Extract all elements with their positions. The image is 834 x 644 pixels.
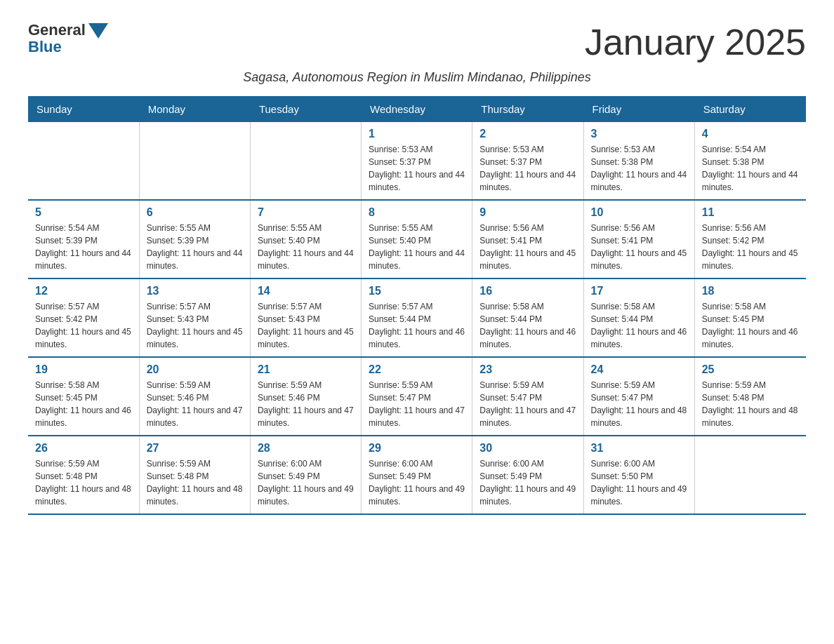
day-info: Sunrise: 5:57 AMSunset: 5:42 PMDaylight:… — [35, 300, 132, 351]
calendar-table: SundayMondayTuesdayWednesdayThursdayFrid… — [28, 96, 806, 515]
day-number: 24 — [591, 363, 687, 376]
day-number: 1 — [369, 128, 465, 140]
calendar-cell: 7Sunrise: 5:55 AMSunset: 5:40 PMDaylight… — [250, 200, 361, 279]
day-info: Sunrise: 5:55 AMSunset: 5:40 PMDaylight:… — [369, 222, 465, 272]
day-number: 12 — [35, 285, 132, 297]
day-info: Sunrise: 5:56 AMSunset: 5:41 PMDaylight:… — [479, 222, 576, 272]
day-number: 19 — [35, 363, 132, 376]
calendar-cell: 24Sunrise: 5:59 AMSunset: 5:47 PMDayligh… — [583, 357, 694, 436]
calendar-cell: 28Sunrise: 6:00 AMSunset: 5:49 PMDayligh… — [250, 436, 361, 514]
day-number: 31 — [591, 442, 687, 455]
header-day-monday: Monday — [139, 96, 250, 122]
week-row-3: 12Sunrise: 5:57 AMSunset: 5:42 PMDayligh… — [28, 279, 806, 357]
calendar-cell — [250, 122, 361, 200]
day-number: 7 — [258, 206, 354, 219]
calendar-body: 1Sunrise: 5:53 AMSunset: 5:37 PMDaylight… — [28, 122, 806, 514]
day-number: 18 — [702, 285, 799, 297]
day-info: Sunrise: 5:59 AMSunset: 5:47 PMDaylight:… — [479, 379, 576, 429]
calendar-cell: 15Sunrise: 5:57 AMSunset: 5:44 PMDayligh… — [362, 279, 472, 357]
day-info: Sunrise: 5:59 AMSunset: 5:46 PMDaylight:… — [147, 379, 243, 429]
week-row-5: 26Sunrise: 5:59 AMSunset: 5:48 PMDayligh… — [28, 436, 806, 514]
day-number: 17 — [591, 285, 687, 297]
logo-triangle-icon — [88, 23, 108, 39]
day-number: 22 — [369, 363, 465, 376]
calendar-cell: 21Sunrise: 5:59 AMSunset: 5:46 PMDayligh… — [250, 357, 361, 436]
day-info: Sunrise: 5:56 AMSunset: 5:41 PMDaylight:… — [591, 222, 687, 272]
day-info: Sunrise: 5:55 AMSunset: 5:39 PMDaylight:… — [147, 222, 243, 272]
calendar-cell: 14Sunrise: 5:57 AMSunset: 5:43 PMDayligh… — [250, 279, 361, 357]
day-number: 15 — [369, 285, 465, 297]
calendar-cell: 3Sunrise: 5:53 AMSunset: 5:38 PMDaylight… — [583, 122, 694, 200]
header-day-friday: Friday — [583, 96, 694, 122]
day-info: Sunrise: 5:59 AMSunset: 5:48 PMDaylight:… — [702, 379, 799, 429]
header: General Blue January 2025 — [28, 21, 806, 63]
day-number: 9 — [479, 206, 576, 219]
calendar-cell: 25Sunrise: 5:59 AMSunset: 5:48 PMDayligh… — [694, 357, 805, 436]
calendar-header: SundayMondayTuesdayWednesdayThursdayFrid… — [28, 96, 806, 122]
day-number: 13 — [147, 285, 243, 297]
calendar-cell: 19Sunrise: 5:58 AMSunset: 5:45 PMDayligh… — [28, 357, 139, 436]
calendar-cell: 9Sunrise: 5:56 AMSunset: 5:41 PMDaylight… — [472, 200, 583, 279]
day-info: Sunrise: 5:58 AMSunset: 5:45 PMDaylight:… — [702, 300, 799, 351]
day-info: Sunrise: 5:59 AMSunset: 5:46 PMDaylight:… — [258, 379, 354, 429]
day-number: 21 — [258, 363, 354, 376]
week-row-2: 5Sunrise: 5:54 AMSunset: 5:39 PMDaylight… — [28, 200, 806, 279]
day-info: Sunrise: 6:00 AMSunset: 5:49 PMDaylight:… — [369, 457, 465, 508]
calendar-cell: 27Sunrise: 5:59 AMSunset: 5:48 PMDayligh… — [139, 436, 250, 514]
day-info: Sunrise: 6:00 AMSunset: 5:50 PMDaylight:… — [591, 457, 687, 508]
calendar-cell: 26Sunrise: 5:59 AMSunset: 5:48 PMDayligh… — [28, 436, 139, 514]
subtitle: Sagasa, Autonomous Region in Muslim Mind… — [28, 70, 806, 85]
day-number: 26 — [35, 442, 132, 455]
day-info: Sunrise: 6:00 AMSunset: 5:49 PMDaylight:… — [258, 457, 354, 508]
day-number: 2 — [479, 128, 576, 140]
day-number: 23 — [479, 363, 576, 376]
day-info: Sunrise: 5:54 AMSunset: 5:39 PMDaylight:… — [35, 222, 132, 272]
week-row-1: 1Sunrise: 5:53 AMSunset: 5:37 PMDaylight… — [28, 122, 806, 200]
day-number: 11 — [702, 206, 799, 219]
calendar-cell: 23Sunrise: 5:59 AMSunset: 5:47 PMDayligh… — [472, 357, 583, 436]
calendar-cell: 2Sunrise: 5:53 AMSunset: 5:37 PMDaylight… — [472, 122, 583, 200]
header-day-saturday: Saturday — [694, 96, 805, 122]
calendar-cell: 22Sunrise: 5:59 AMSunset: 5:47 PMDayligh… — [362, 357, 472, 436]
day-number: 29 — [369, 442, 465, 455]
day-number: 16 — [479, 285, 576, 297]
calendar-cell: 1Sunrise: 5:53 AMSunset: 5:37 PMDaylight… — [362, 122, 472, 200]
calendar-cell: 30Sunrise: 6:00 AMSunset: 5:49 PMDayligh… — [472, 436, 583, 514]
day-info: Sunrise: 5:58 AMSunset: 5:44 PMDaylight:… — [479, 300, 576, 351]
calendar-cell: 29Sunrise: 6:00 AMSunset: 5:49 PMDayligh… — [362, 436, 472, 514]
day-number: 5 — [35, 206, 132, 219]
day-number: 6 — [147, 206, 243, 219]
day-number: 27 — [147, 442, 243, 455]
header-day-wednesday: Wednesday — [362, 96, 472, 122]
day-number: 25 — [702, 363, 799, 376]
calendar-cell: 8Sunrise: 5:55 AMSunset: 5:40 PMDaylight… — [362, 200, 472, 279]
calendar-cell: 17Sunrise: 5:58 AMSunset: 5:44 PMDayligh… — [583, 279, 694, 357]
header-day-thursday: Thursday — [472, 96, 583, 122]
calendar-cell — [28, 122, 139, 200]
day-info: Sunrise: 5:56 AMSunset: 5:42 PMDaylight:… — [702, 222, 799, 272]
header-row: SundayMondayTuesdayWednesdayThursdayFrid… — [28, 96, 806, 122]
day-info: Sunrise: 5:53 AMSunset: 5:37 PMDaylight:… — [369, 143, 465, 194]
calendar-cell: 5Sunrise: 5:54 AMSunset: 5:39 PMDaylight… — [28, 200, 139, 279]
header-day-tuesday: Tuesday — [250, 96, 361, 122]
day-info: Sunrise: 5:53 AMSunset: 5:37 PMDaylight:… — [479, 143, 576, 194]
logo-general-text: General — [28, 21, 86, 39]
day-info: Sunrise: 5:59 AMSunset: 5:47 PMDaylight:… — [369, 379, 465, 429]
month-title: January 2025 — [585, 21, 806, 63]
day-info: Sunrise: 5:59 AMSunset: 5:48 PMDaylight:… — [35, 457, 132, 508]
day-number: 4 — [702, 128, 799, 140]
logo-blue-text: Blue — [28, 38, 62, 56]
day-number: 14 — [258, 285, 354, 297]
day-info: Sunrise: 5:59 AMSunset: 5:48 PMDaylight:… — [147, 457, 243, 508]
calendar-cell: 18Sunrise: 5:58 AMSunset: 5:45 PMDayligh… — [694, 279, 805, 357]
week-row-4: 19Sunrise: 5:58 AMSunset: 5:45 PMDayligh… — [28, 357, 806, 436]
day-info: Sunrise: 5:55 AMSunset: 5:40 PMDaylight:… — [258, 222, 354, 272]
day-info: Sunrise: 6:00 AMSunset: 5:49 PMDaylight:… — [479, 457, 576, 508]
day-info: Sunrise: 5:57 AMSunset: 5:44 PMDaylight:… — [369, 300, 465, 351]
calendar-cell: 10Sunrise: 5:56 AMSunset: 5:41 PMDayligh… — [583, 200, 694, 279]
day-info: Sunrise: 5:59 AMSunset: 5:47 PMDaylight:… — [591, 379, 687, 429]
day-info: Sunrise: 5:58 AMSunset: 5:45 PMDaylight:… — [35, 379, 132, 429]
day-number: 8 — [369, 206, 465, 219]
calendar-cell: 11Sunrise: 5:56 AMSunset: 5:42 PMDayligh… — [694, 200, 805, 279]
day-info: Sunrise: 5:57 AMSunset: 5:43 PMDaylight:… — [258, 300, 354, 351]
